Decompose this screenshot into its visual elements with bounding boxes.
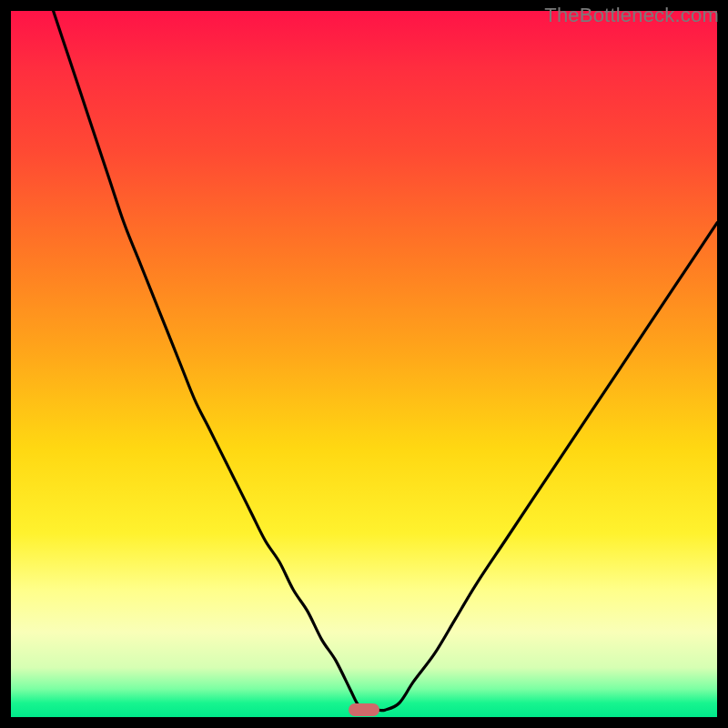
bottleneck-curve — [11, 11, 717, 717]
watermark-text: TheBottleneck.com — [544, 4, 719, 27]
chart-frame: TheBottleneck.com — [0, 0, 728, 728]
minimum-marker — [349, 703, 379, 716]
plot-area — [11, 11, 717, 717]
